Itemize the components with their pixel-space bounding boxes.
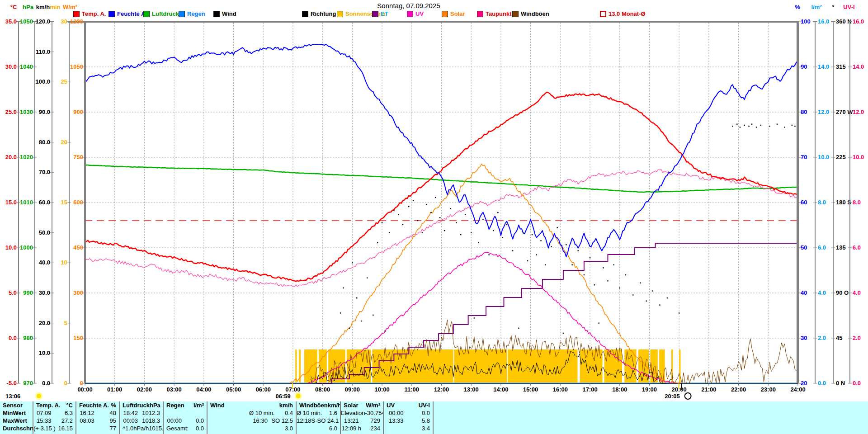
cell-time: ^1.0hPa/h [120, 425, 149, 432]
wind-direction-dot [488, 254, 489, 255]
col-header: Wind [208, 401, 279, 409]
wind-direction-dot [578, 250, 579, 251]
wind-direction-dot [444, 230, 445, 231]
col-header: Luftdruck [120, 401, 150, 409]
row-label: Sensor [0, 401, 33, 409]
tick-label-W/m²: 450 [73, 244, 83, 251]
weather-day-chart[interactable]: 35.030.025.020.015.010.05.00.0-5.0°C1050… [0, 0, 868, 401]
cell-max: 13:21729 [341, 417, 383, 425]
cell-time: 18:42 [120, 409, 142, 417]
x-tick-label: 06:00 [256, 386, 271, 393]
table-col-feuchte-a-: Feuchte A.%16:124808:039577 [75, 401, 119, 434]
cell-value: 1012.3 [142, 409, 163, 417]
wind-direction-dot [590, 257, 590, 258]
tick-label-hPa: 1040 [20, 63, 33, 70]
wind-direction-dot [356, 297, 357, 298]
tick-label-UV-I: 12.0 [853, 108, 864, 115]
x-tick-label: 03:00 [167, 386, 182, 393]
tick-label-km/h: 120.0 [35, 18, 50, 25]
tick-label-hPa: 1050 [20, 18, 33, 25]
tick-label-hPa: 990 [23, 289, 33, 296]
tick-label-km/h: 30.0 [39, 289, 50, 296]
x-tick-label: 15:00 [523, 386, 538, 393]
wind-direction-dot [777, 123, 778, 124]
tick-label-W/m²: 300 [73, 289, 83, 296]
table-col-windb-en: Windböenkm/hØ 10 min.1.612:18S-SO 24.16.… [296, 401, 340, 434]
col-unit: % [111, 401, 119, 409]
col-header: UV [384, 401, 419, 409]
wind-direction-dot [527, 260, 528, 261]
x-tick-label: 18:00 [612, 386, 627, 393]
cell-max: 16:30SO 12.5 [208, 417, 296, 425]
wind-direction-dot [389, 232, 390, 233]
tick-label-°: 225 [836, 154, 846, 160]
cell-value: SO 12.5 [271, 417, 296, 425]
col-unit: km/h [279, 401, 296, 409]
x-tick-label: 19:00 [642, 386, 657, 393]
axis-unit-hPa: hPa [23, 4, 34, 10]
wind-direction-dot [659, 304, 660, 305]
wind-direction-dot [373, 315, 373, 316]
tick-label-%: 100 [801, 18, 811, 25]
tick-label-%: 80 [801, 108, 807, 115]
cell-max: 15:3327.2 [33, 417, 75, 425]
tick-label-min: 5 [64, 320, 67, 326]
wind-direction-dot [679, 312, 679, 313]
row-label: Durchschnitt [0, 425, 33, 432]
weather-app-window: Sonntag, 07.09.2025 Temp. A.Feuchte A.Lu… [0, 0, 868, 434]
cell-value: 0.0 [409, 409, 433, 417]
cell-time: Gesamt: [164, 425, 189, 432]
wind-direction-dot [377, 242, 378, 243]
tick-label-km/h: 110.0 [36, 48, 50, 55]
x-tick-label: 13:00 [464, 386, 479, 393]
wind-direction-dot [792, 125, 793, 126]
table-col-solar: SolarW/m²Elevation-30.75413:2172912:09 h… [340, 401, 383, 434]
tick-label-°C: 25.0 [5, 108, 17, 115]
col-unit: l/m² [193, 401, 207, 409]
tick-label-min: 25 [61, 78, 67, 85]
wind-direction-dot [607, 280, 608, 281]
wind-direction-dot [384, 330, 385, 331]
wind-direction-dot [740, 127, 741, 127]
plot-top-border [68, 21, 799, 23]
table-filler [433, 401, 868, 434]
wind-direction-dot [540, 240, 541, 241]
cell-avg: ^1.0hPa/h1015.3 [120, 425, 163, 432]
tick-label-min: 30 [61, 18, 67, 25]
cell-max: 12:18S-SO 24.1 [297, 417, 340, 425]
wind-direction-dot [361, 321, 362, 321]
cell-avg: 12:09 h234 [341, 425, 383, 432]
tick-label-UV-I: 10.0 [853, 154, 864, 160]
tick-label-km/h: 50.0 [39, 229, 50, 236]
axis-unit-°: ° [832, 4, 834, 10]
wind-direction-dot [408, 206, 409, 207]
tick-label-km/h: 40.0 [39, 259, 50, 266]
cell-value: 1.6 [322, 409, 340, 417]
cell-avg: 77 [76, 425, 119, 432]
x-tick-label: 21:00 [701, 386, 716, 393]
cell-value: 0.0 [185, 417, 207, 425]
tick-label-W/m²: 900 [73, 108, 83, 115]
col-header: Solar [341, 401, 366, 409]
col-header: Feuchte A. [76, 401, 111, 409]
table-col-regen: Regenl/m²00:000.0Gesamt:0.0 [163, 401, 207, 434]
cell-min [164, 409, 207, 417]
tick-label-°C: 5.0 [9, 289, 17, 296]
axis-unit-UV-I: UV-I [843, 4, 854, 10]
tick-label-°C: 20.0 [5, 154, 17, 160]
tick-label-°C: 15.0 [5, 199, 17, 206]
table-col-uv: UVUV-I00:000.013:335.83.4 [383, 401, 433, 434]
wind-direction-dot [551, 246, 552, 247]
cell-max: 08:0395 [76, 417, 119, 425]
tick-label-km/h: 10.0 [39, 349, 50, 356]
wind-direction-dot [594, 284, 595, 285]
x-tick-label: 02:00 [137, 386, 152, 393]
tick-label-l/m²: 4.0 [818, 289, 826, 296]
wind-direction-dot [471, 232, 472, 233]
tick-label-W/m²: 150 [73, 335, 83, 341]
cell-time: 00:03 [120, 417, 142, 425]
wind-direction-dot [646, 301, 647, 302]
wind-direction-dot [599, 322, 599, 323]
wind-direction-dot [794, 126, 795, 127]
tick-label-%: 40 [801, 289, 807, 296]
